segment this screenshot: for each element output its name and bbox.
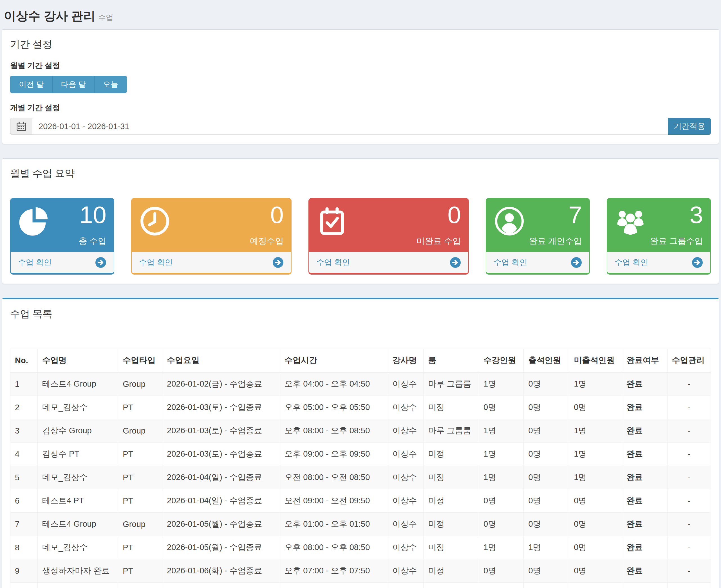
- column-header: 수업요일: [162, 349, 280, 373]
- table-cell: 0명: [479, 489, 524, 512]
- table-cell: 미정: [424, 443, 479, 466]
- completed-personal-label: 완료 개인수업: [529, 235, 582, 247]
- table-cell: 2026-01-03(토) - 수업종료: [162, 396, 280, 419]
- column-header: 출석인원: [524, 349, 569, 373]
- scheduled-classes-card-body: 0 예정수업: [132, 198, 291, 252]
- summary-card: 0 예정수업 수업 확인: [131, 198, 292, 275]
- table-cell: 0명: [569, 396, 622, 419]
- column-header: 수업시간: [280, 349, 388, 373]
- table-cell: 2026-01-05(월) - 수업종료: [162, 512, 280, 536]
- table-cell: 0명: [569, 583, 622, 588]
- table-cell: 데모_김상수: [38, 396, 118, 419]
- page-content: 이상수 강사 관리수업 기간 설정 월별 기간 설정 이전 달 다음 달 오늘 …: [0, 0, 721, 588]
- table-cell: -: [667, 536, 710, 559]
- table-cell: 1명: [479, 466, 524, 489]
- table-cell: 0명: [524, 489, 569, 512]
- table-cell: 0명: [479, 559, 524, 583]
- table-cell: 완료: [622, 489, 667, 512]
- table-cell: 오전 09:00 - 오전 09:50: [280, 489, 388, 512]
- table-cell: 테스트4 PT: [38, 583, 118, 588]
- arrow-circle-right-icon[interactable]: [450, 257, 461, 268]
- table-row: 4김상수 PTPT2026-01-03(토) - 수업종료오후 09:00 - …: [11, 443, 711, 466]
- column-header: 수업명: [38, 349, 118, 373]
- summary-card: 10 총 수업 수업 확인: [10, 198, 114, 275]
- column-header: 완료여부: [622, 349, 667, 373]
- column-header: 수업타입: [118, 349, 162, 373]
- table-cell: 완료: [622, 396, 667, 419]
- table-cell: 미정: [424, 559, 479, 583]
- completed-personal-value: 7: [569, 201, 582, 229]
- arrow-circle-right-icon[interactable]: [95, 257, 106, 268]
- table-cell: 오전 08:00 - 오전 08:50: [280, 466, 388, 489]
- table-row: 1테스트4 GroupGroup2026-01-02(금) - 수업종료오후 0…: [11, 372, 711, 396]
- table-cell: 7: [11, 512, 38, 536]
- table-cell: 1명: [479, 443, 524, 466]
- today-button[interactable]: 오늘: [94, 76, 127, 93]
- page-subtitle: 수업: [98, 13, 114, 22]
- arrow-circle-right-icon[interactable]: [272, 257, 284, 268]
- column-header: 수강인원: [479, 349, 524, 373]
- table-cell: 오후 08:00 - 오후 08:50: [280, 419, 388, 443]
- table-cell: Group: [118, 512, 162, 536]
- table-cell: PT: [118, 536, 162, 559]
- table-cell: 완료: [622, 443, 667, 466]
- arrow-circle-right-icon[interactable]: [692, 257, 703, 268]
- table-cell: 오후 01:00 - 오후 01:50: [280, 512, 388, 536]
- table-cell: 테스트4 PT: [38, 489, 118, 512]
- apply-period-button[interactable]: 기간적용: [668, 118, 711, 135]
- individual-period-label: 개별 기간 설정: [10, 103, 711, 113]
- table-cell: 1명: [479, 372, 524, 396]
- arrow-circle-right-icon[interactable]: [571, 257, 582, 268]
- table-cell: 완료: [622, 559, 667, 583]
- view-classes-link[interactable]: 수업 확인: [139, 257, 173, 268]
- summary-cards-row: 10 총 수업 수업 확인 0: [10, 198, 711, 275]
- view-classes-link[interactable]: 수업 확인: [18, 257, 52, 268]
- monthly-summary-panel: 월별 수업 요약 10 총 수업 수업 확인: [2, 158, 719, 284]
- date-range-input-group: 기간적용: [10, 118, 711, 135]
- date-range-input[interactable]: [32, 118, 668, 135]
- table-cell: 2026-01-04(일) - 수업종료: [162, 489, 280, 512]
- table-cell: 이상수: [388, 559, 424, 583]
- view-classes-link[interactable]: 수업 확인: [615, 257, 648, 268]
- table-cell: 1명: [524, 536, 569, 559]
- table-cell: 마루 그룹룸: [424, 372, 479, 396]
- total-classes-value: 10: [79, 201, 106, 229]
- table-cell: PT: [118, 559, 162, 583]
- table-cell: 완료: [622, 419, 667, 443]
- prev-month-button[interactable]: 이전 달: [10, 76, 52, 93]
- table-cell: 4: [11, 443, 38, 466]
- table-cell: -: [667, 583, 710, 588]
- table-cell: 1: [11, 372, 38, 396]
- total-classes-label: 총 수업: [79, 235, 106, 247]
- completed-personal-card-body: 7 완료 개인수업: [486, 198, 589, 252]
- completed-group-card-body: 3 완료 그룹수업: [607, 198, 710, 252]
- table-cell: 이상수: [388, 419, 424, 443]
- view-classes-link[interactable]: 수업 확인: [316, 257, 350, 268]
- period-settings-panel: 기간 설정 월별 기간 설정 이전 달 다음 달 오늘 개별 기간 설정: [2, 29, 719, 144]
- table-row: 6테스트4 PTPT2026-01-04(일) - 수업종료오전 09:00 -…: [11, 489, 711, 512]
- scheduled-classes-value: 0: [270, 201, 284, 229]
- summary-card: 3 완료 그룹수업 수업 확인: [607, 198, 711, 275]
- pie-chart-icon: [18, 205, 49, 237]
- table-cell: 이상수: [388, 512, 424, 536]
- table-cell: 미정: [424, 489, 479, 512]
- completed-group-label: 완료 그룹수업: [650, 235, 703, 247]
- card-footer: 수업 확인: [309, 252, 468, 273]
- page-title: 이상수 강사 관리: [4, 9, 96, 22]
- next-month-button[interactable]: 다음 달: [52, 76, 95, 93]
- calendar-icon: [16, 121, 26, 131]
- view-classes-link[interactable]: 수업 확인: [494, 257, 528, 268]
- summary-card: 0 미완료 수업 수업 확인: [308, 198, 469, 275]
- table-cell: 9: [11, 559, 38, 583]
- column-header: 강사명: [388, 349, 424, 373]
- table-row: 3김상수 GroupGroup2026-01-03(토) - 수업종료오후 08…: [11, 419, 711, 443]
- table-cell: 마루 그룹룸: [424, 419, 479, 443]
- monthly-period-label: 월별 기간 설정: [10, 61, 711, 70]
- table-cell: 2026-01-03(토) - 수업종료: [162, 443, 280, 466]
- table-cell: 8: [11, 536, 38, 559]
- table-cell: 2026-01-02(금) - 수업종료: [162, 372, 280, 396]
- column-header: 룸: [424, 349, 479, 373]
- table-cell: -: [667, 372, 710, 396]
- table-cell: 1명: [479, 536, 524, 559]
- table-cell: 2026-01-06(화) - 수업종료: [162, 583, 280, 588]
